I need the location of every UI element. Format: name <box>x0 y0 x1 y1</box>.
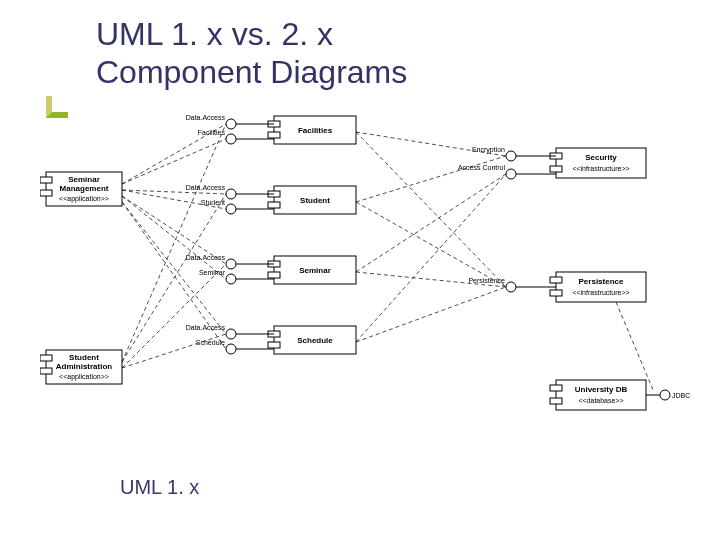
svg-rect-2 <box>40 190 52 196</box>
svg-text:Security: Security <box>585 153 617 162</box>
svg-point-27 <box>226 189 236 199</box>
svg-text:Seminar: Seminar <box>199 269 226 276</box>
svg-text:Administration: Administration <box>56 362 113 371</box>
svg-point-77 <box>660 390 670 400</box>
dep-line <box>122 196 226 279</box>
svg-text:Data.Access: Data.Access <box>186 324 226 331</box>
component-student-administration: Student Administration <<application>> <box>40 350 122 384</box>
svg-text:University DB: University DB <box>575 385 628 394</box>
svg-text:Data.Access: Data.Access <box>186 184 226 191</box>
component-seminar-management: Seminar Management <<application>> <box>40 172 122 206</box>
dep-line <box>122 264 226 368</box>
svg-rect-54 <box>550 166 562 172</box>
svg-point-17 <box>226 119 236 129</box>
svg-rect-14 <box>268 132 280 138</box>
caption-label: UML 1. x <box>120 476 199 499</box>
dep-line <box>356 156 506 202</box>
svg-rect-8 <box>40 368 52 374</box>
svg-rect-65 <box>550 290 562 296</box>
svg-point-40 <box>226 274 236 284</box>
svg-point-30 <box>226 204 236 214</box>
svg-text:Student: Student <box>300 196 330 205</box>
svg-text:Student: Student <box>201 199 225 206</box>
svg-text:Access Control: Access Control <box>458 164 506 171</box>
svg-point-47 <box>226 329 236 339</box>
title-line-2: Component Diagrams <box>96 54 407 90</box>
component-universitydb: University DB <<database>> JDBC <box>550 380 690 410</box>
svg-text:Seminar: Seminar <box>299 266 331 275</box>
component-persistence: Persistence <<infrastructure>> Persisten… <box>468 272 646 302</box>
svg-rect-73 <box>550 398 562 404</box>
component-security: Security <<infrastructure>> Encryption A… <box>458 146 646 179</box>
dep-line <box>122 139 226 184</box>
svg-rect-44 <box>268 342 280 348</box>
svg-text:Encryption: Encryption <box>472 146 505 154</box>
svg-point-50 <box>226 344 236 354</box>
svg-rect-64 <box>550 277 562 283</box>
dep-line <box>122 202 226 334</box>
svg-rect-24 <box>268 202 280 208</box>
dep-line <box>356 287 506 342</box>
svg-text:Facilities: Facilities <box>198 129 226 136</box>
dep-line <box>356 174 506 272</box>
svg-rect-1 <box>40 177 52 183</box>
svg-text:Data.Access: Data.Access <box>186 254 226 261</box>
component-student: Student Data.Access Student <box>186 184 356 214</box>
svg-text:<<application>>: <<application>> <box>59 373 109 381</box>
svg-text:<<infrastructure>>: <<infrastructure>> <box>572 289 629 296</box>
dep-line <box>356 132 506 287</box>
svg-rect-72 <box>550 385 562 391</box>
svg-point-61 <box>506 169 516 179</box>
svg-text:Data.Access: Data.Access <box>186 114 226 121</box>
svg-text:<<database>>: <<database>> <box>578 397 623 404</box>
svg-text:Persistence: Persistence <box>468 277 505 284</box>
svg-text:Schedule: Schedule <box>297 336 333 345</box>
dep-line <box>122 194 226 362</box>
svg-point-69 <box>506 282 516 292</box>
svg-rect-34 <box>268 272 280 278</box>
component-schedule: Schedule Data.Access Schedule <box>186 324 356 354</box>
svg-rect-7 <box>40 355 52 361</box>
svg-text:<<infrastructure>>: <<infrastructure>> <box>572 165 629 172</box>
svg-text:Seminar: Seminar <box>68 175 100 184</box>
svg-text:JDBC: JDBC <box>672 392 690 399</box>
svg-text:Schedule: Schedule <box>196 339 225 346</box>
svg-text:Management: Management <box>60 184 109 193</box>
uml-diagram: Seminar Management <<application>> Stude… <box>40 112 700 472</box>
svg-text:Student: Student <box>69 353 99 362</box>
dep-line <box>356 174 506 342</box>
title-line-1: UML 1. x vs. 2. x <box>96 16 333 52</box>
svg-text:<<application>>: <<application>> <box>59 195 109 203</box>
svg-point-58 <box>506 151 516 161</box>
svg-text:Persistence: Persistence <box>579 277 624 286</box>
page-title: UML 1. x vs. 2. x Component Diagrams <box>96 16 407 92</box>
svg-point-37 <box>226 259 236 269</box>
svg-text:Facilities: Facilities <box>298 126 333 135</box>
component-facilities: Facilities Data.Access Facilities <box>186 114 356 144</box>
dep-line <box>616 302 654 392</box>
component-seminar: Seminar Data.Access Seminar <box>186 254 356 284</box>
svg-point-20 <box>226 134 236 144</box>
